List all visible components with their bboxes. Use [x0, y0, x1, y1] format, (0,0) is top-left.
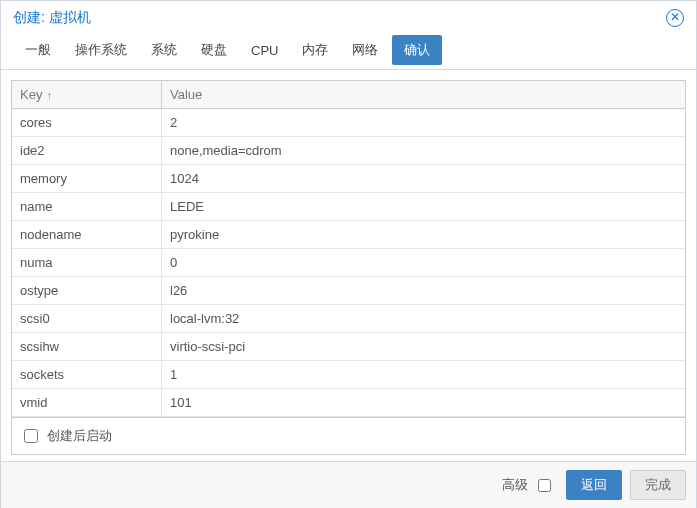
start-after-create-label: 创建后启动 [47, 427, 112, 445]
advanced-toggle: 高级 [502, 476, 554, 495]
header-value-label: Value [170, 87, 202, 102]
cell-value: local-lvm:32 [162, 305, 685, 332]
cell-key: vmid [12, 389, 162, 416]
table-row[interactable]: numa0 [12, 249, 685, 277]
tab-3[interactable]: 硬盘 [191, 33, 237, 69]
cell-value: virtio-scsi-pci [162, 333, 685, 360]
table-row[interactable]: ostypel26 [12, 277, 685, 305]
finish-button[interactable]: 完成 [630, 470, 686, 500]
cell-key: scsi0 [12, 305, 162, 332]
cell-value: LEDE [162, 193, 685, 220]
table-row[interactable]: nameLEDE [12, 193, 685, 221]
tab-6[interactable]: 网络 [342, 33, 388, 69]
cell-key: ostype [12, 277, 162, 304]
header-key-label: Key [20, 87, 42, 102]
tab-1[interactable]: 操作系统 [65, 33, 137, 69]
cell-key: memory [12, 165, 162, 192]
tab-0[interactable]: 一般 [15, 33, 61, 69]
header-key[interactable]: Key ↑ [12, 81, 162, 108]
button-bar: 高级 返回 完成 [1, 461, 696, 508]
table-row[interactable]: scsihwvirtio-scsi-pci [12, 333, 685, 361]
cell-value: pyrokine [162, 221, 685, 248]
cell-value: 1 [162, 361, 685, 388]
titlebar: 创建: 虚拟机 ✕ [1, 1, 696, 33]
cell-value: 101 [162, 389, 685, 416]
table-row[interactable]: scsi0local-lvm:32 [12, 305, 685, 333]
table-row[interactable]: ide2none,media=cdrom [12, 137, 685, 165]
start-after-create-checkbox[interactable] [24, 429, 38, 443]
create-vm-dialog: 创建: 虚拟机 ✕ 一般操作系统系统硬盘CPU内存网络确认 Key ↑ Valu… [0, 0, 697, 508]
content-area: Key ↑ Value cores2ide2none,media=cdromme… [1, 70, 696, 461]
cell-value: 0 [162, 249, 685, 276]
tab-2[interactable]: 系统 [141, 33, 187, 69]
table-row[interactable]: nodenamepyrokine [12, 221, 685, 249]
table-row[interactable]: vmid101 [12, 389, 685, 417]
tab-5[interactable]: 内存 [292, 33, 338, 69]
cell-value: 2 [162, 109, 685, 136]
table-footer: 创建后启动 [12, 417, 685, 454]
cell-key: sockets [12, 361, 162, 388]
table-row[interactable]: sockets1 [12, 361, 685, 389]
cell-value: 1024 [162, 165, 685, 192]
tab-4[interactable]: CPU [241, 35, 288, 68]
table-row[interactable]: cores2 [12, 109, 685, 137]
close-icon[interactable]: ✕ [666, 9, 684, 27]
advanced-checkbox[interactable] [538, 479, 551, 492]
wizard-tabs: 一般操作系统系统硬盘CPU内存网络确认 [1, 33, 696, 70]
dialog-title: 创建: 虚拟机 [13, 9, 91, 27]
cell-value: l26 [162, 277, 685, 304]
cell-key: name [12, 193, 162, 220]
table-row[interactable]: memory1024 [12, 165, 685, 193]
cell-key: numa [12, 249, 162, 276]
sort-asc-icon: ↑ [46, 89, 52, 101]
back-button[interactable]: 返回 [566, 470, 622, 500]
table-body: cores2ide2none,media=cdrommemory1024name… [12, 109, 685, 417]
cell-key: cores [12, 109, 162, 136]
cell-key: nodename [12, 221, 162, 248]
summary-table: Key ↑ Value cores2ide2none,media=cdromme… [11, 80, 686, 455]
tab-7[interactable]: 确认 [392, 35, 442, 65]
header-value[interactable]: Value [162, 81, 685, 108]
cell-key: scsihw [12, 333, 162, 360]
cell-key: ide2 [12, 137, 162, 164]
cell-value: none,media=cdrom [162, 137, 685, 164]
table-header: Key ↑ Value [12, 81, 685, 109]
advanced-label: 高级 [502, 476, 528, 494]
